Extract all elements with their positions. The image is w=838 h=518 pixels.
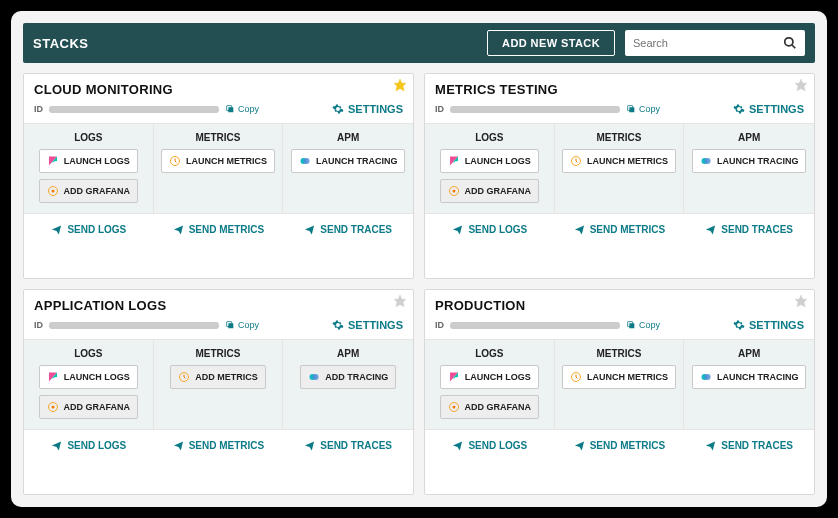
service-title-logs: LOGS <box>475 348 503 359</box>
svg-line-1 <box>792 45 796 49</box>
service-apm: APM ADD TRACING <box>283 340 413 429</box>
settings-link[interactable]: SETTINGS <box>332 103 403 115</box>
svg-marker-10 <box>795 79 807 91</box>
send-logs-link[interactable]: SEND LOGS <box>24 214 154 245</box>
svg-point-17 <box>704 158 710 164</box>
svg-rect-27 <box>629 323 634 328</box>
service-title-apm: APM <box>337 132 359 143</box>
send-traces-link[interactable]: SEND TRACES <box>283 430 413 461</box>
stack-card: APPLICATION LOGS ID Copy SETTINGS LOGS L… <box>23 289 414 495</box>
send-traces-link[interactable]: SEND TRACES <box>684 214 814 245</box>
add-grafana-button[interactable]: ADD GRAFANA <box>39 395 139 419</box>
svg-point-33 <box>704 374 710 380</box>
send-traces-link[interactable]: SEND TRACES <box>684 430 814 461</box>
stack-title: METRICS TESTING <box>435 82 804 97</box>
copy-id-button[interactable]: Copy <box>626 104 660 114</box>
service-title-apm: APM <box>738 132 760 143</box>
send-logs-link[interactable]: SEND LOGS <box>425 214 555 245</box>
service-metrics: METRICS LAUNCH METRICS <box>555 124 685 213</box>
svg-point-30 <box>452 406 455 409</box>
svg-marker-2 <box>394 79 406 91</box>
settings-link[interactable]: SETTINGS <box>733 319 804 331</box>
add-grafana-button[interactable]: ADD GRAFANA <box>39 179 139 203</box>
stack-title: APPLICATION LOGS <box>34 298 403 313</box>
add-metrics-button[interactable]: ADD METRICS <box>170 365 266 389</box>
svg-marker-26 <box>795 295 807 307</box>
search-icon <box>783 36 797 50</box>
service-logs: LOGS LAUNCH LOGS ADD GRAFANA <box>24 340 154 429</box>
copy-id-button[interactable]: Copy <box>225 320 259 330</box>
id-label: ID <box>34 104 43 114</box>
svg-point-0 <box>785 38 793 46</box>
add-grafana-button[interactable]: ADD GRAFANA <box>440 179 540 203</box>
service-title-logs: LOGS <box>74 132 102 143</box>
launch-tracing-button[interactable]: LAUNCH TRACING <box>692 365 807 389</box>
id-label: ID <box>435 320 444 330</box>
launch-logs-button[interactable]: LAUNCH LOGS <box>440 365 539 389</box>
service-title-metrics: METRICS <box>195 348 240 359</box>
settings-link[interactable]: SETTINGS <box>332 319 403 331</box>
star-icon[interactable] <box>393 294 407 312</box>
svg-point-14 <box>452 190 455 193</box>
send-metrics-link[interactable]: SEND METRICS <box>154 430 284 461</box>
stack-title: PRODUCTION <box>435 298 804 313</box>
copy-id-button[interactable]: Copy <box>626 320 660 330</box>
id-value-redacted <box>49 106 219 113</box>
launch-metrics-button[interactable]: LAUNCH METRICS <box>562 149 676 173</box>
svg-point-9 <box>303 158 309 164</box>
add-grafana-button[interactable]: ADD GRAFANA <box>440 395 540 419</box>
id-value-redacted <box>49 322 219 329</box>
service-logs: LOGS LAUNCH LOGS ADD GRAFANA <box>24 124 154 213</box>
page-title: STACKS <box>33 36 477 51</box>
service-metrics: METRICS LAUNCH METRICS <box>555 340 685 429</box>
service-title-logs: LOGS <box>74 348 102 359</box>
launch-logs-button[interactable]: LAUNCH LOGS <box>39 365 138 389</box>
service-apm: APM LAUNCH TRACING <box>684 340 814 429</box>
service-title-apm: APM <box>738 348 760 359</box>
service-logs: LOGS LAUNCH LOGS ADD GRAFANA <box>425 340 555 429</box>
add-stack-button[interactable]: ADD NEW STACK <box>487 30 615 56</box>
id-value-redacted <box>450 106 620 113</box>
id-label: ID <box>435 104 444 114</box>
add-tracing-button[interactable]: ADD TRACING <box>300 365 396 389</box>
svg-rect-11 <box>629 107 634 112</box>
search-field-wrap[interactable] <box>625 30 805 56</box>
service-apm: APM LAUNCH TRACING <box>283 124 413 213</box>
send-logs-link[interactable]: SEND LOGS <box>24 430 154 461</box>
stack-card: PRODUCTION ID Copy SETTINGS LOGS LAUNCH … <box>424 289 815 495</box>
id-label: ID <box>34 320 43 330</box>
svg-point-25 <box>313 374 319 380</box>
stack-title: CLOUD MONITORING <box>34 82 403 97</box>
copy-id-button[interactable]: Copy <box>225 104 259 114</box>
service-title-metrics: METRICS <box>596 348 641 359</box>
search-input[interactable] <box>633 37 783 49</box>
service-apm: APM LAUNCH TRACING <box>684 124 814 213</box>
launch-logs-button[interactable]: LAUNCH LOGS <box>39 149 138 173</box>
launch-metrics-button[interactable]: LAUNCH METRICS <box>562 365 676 389</box>
service-title-metrics: METRICS <box>596 132 641 143</box>
service-title-apm: APM <box>337 348 359 359</box>
svg-marker-18 <box>394 295 406 307</box>
id-value-redacted <box>450 322 620 329</box>
launch-logs-button[interactable]: LAUNCH LOGS <box>440 149 539 173</box>
star-icon[interactable] <box>794 78 808 96</box>
star-icon[interactable] <box>794 294 808 312</box>
launch-metrics-button[interactable]: LAUNCH METRICS <box>161 149 275 173</box>
svg-rect-19 <box>228 323 233 328</box>
service-metrics: METRICS LAUNCH METRICS <box>154 124 284 213</box>
send-logs-link[interactable]: SEND LOGS <box>425 430 555 461</box>
send-traces-link[interactable]: SEND TRACES <box>283 214 413 245</box>
svg-point-6 <box>51 190 54 193</box>
send-metrics-link[interactable]: SEND METRICS <box>154 214 284 245</box>
launch-tracing-button[interactable]: LAUNCH TRACING <box>291 149 406 173</box>
launch-tracing-button[interactable]: LAUNCH TRACING <box>692 149 807 173</box>
service-title-metrics: METRICS <box>195 132 240 143</box>
send-metrics-link[interactable]: SEND METRICS <box>555 430 685 461</box>
send-metrics-link[interactable]: SEND METRICS <box>555 214 685 245</box>
page-header: STACKS ADD NEW STACK <box>23 23 815 63</box>
star-icon[interactable] <box>393 78 407 96</box>
service-logs: LOGS LAUNCH LOGS ADD GRAFANA <box>425 124 555 213</box>
settings-link[interactable]: SETTINGS <box>733 103 804 115</box>
stack-card: CLOUD MONITORING ID Copy SETTINGS LOGS L… <box>23 73 414 279</box>
stack-card: METRICS TESTING ID Copy SETTINGS LOGS LA… <box>424 73 815 279</box>
